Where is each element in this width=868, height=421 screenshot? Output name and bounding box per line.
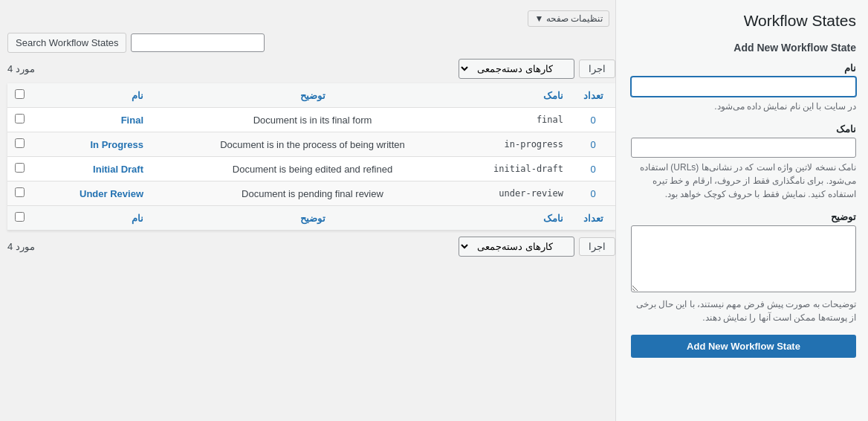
add-new-workflow-state-button[interactable]: Add New Workflow State bbox=[631, 335, 856, 358]
table-row: Under Review Document is pending final r… bbox=[7, 181, 615, 206]
select-all-checkbox[interactable] bbox=[15, 89, 25, 99]
workflow-states-table: نام توضیح نامک تعداد Final bbox=[7, 83, 615, 231]
slug-input[interactable] bbox=[631, 138, 856, 158]
apply-button[interactable]: اجرا bbox=[579, 60, 615, 78]
row-description: Document is in its final form bbox=[151, 108, 474, 132]
count-col-foot-link[interactable]: تعداد bbox=[583, 213, 603, 224]
col-footer-slug[interactable]: نامک bbox=[474, 206, 571, 231]
desc-col-link[interactable]: توضیح bbox=[300, 90, 326, 101]
name-col-link[interactable]: نام bbox=[132, 90, 143, 101]
search-input[interactable] bbox=[131, 33, 265, 52]
slug-field: نامک نامک نسخه لاتین واژه است که در نشان… bbox=[631, 123, 856, 201]
row-count[interactable]: 0 bbox=[571, 108, 615, 132]
select-all-checkbox-foot[interactable] bbox=[15, 212, 25, 222]
col-header-name[interactable]: نام bbox=[32, 83, 151, 108]
row-checkbox-cell bbox=[7, 157, 32, 181]
slug-col-foot-link[interactable]: نامک bbox=[543, 213, 563, 224]
apply-button-bottom[interactable]: اجرا bbox=[579, 237, 615, 256]
table-row: Final Document is in its final form fina… bbox=[7, 108, 615, 132]
items-count: 4 مورد bbox=[7, 63, 35, 74]
row-checkbox-cell bbox=[7, 132, 32, 157]
row-slug: under-review bbox=[474, 181, 571, 206]
name-hint: در سایت با این نام نمایش داده می‌شود. bbox=[631, 100, 856, 113]
add-form-title: Add New Workflow State bbox=[631, 42, 856, 54]
name-field: نام در سایت با این نام نمایش داده می‌شود… bbox=[631, 62, 856, 113]
col-header-count[interactable]: تعداد bbox=[571, 83, 615, 108]
col-header-slug[interactable]: نامک bbox=[474, 83, 571, 108]
bulk-actions-select-bottom[interactable]: کارهای دسته‌جمعی bbox=[459, 237, 574, 257]
bulk-actions-select[interactable]: کارهای دسته‌جمعی bbox=[459, 59, 574, 79]
table-row: In Progress Document is in the process o… bbox=[7, 132, 615, 157]
row-name[interactable]: In Progress bbox=[32, 132, 151, 157]
col-footer-count[interactable]: تعداد bbox=[571, 206, 615, 231]
items-count-bottom: 4 مورد bbox=[7, 241, 35, 252]
row-checkbox-cell bbox=[7, 181, 32, 206]
description-input[interactable] bbox=[631, 225, 856, 292]
name-label: نام bbox=[631, 62, 856, 74]
slug-label: نامک bbox=[631, 123, 856, 135]
page-title: Workflow States bbox=[631, 12, 856, 30]
name-input[interactable] bbox=[631, 77, 856, 97]
slug-col-link[interactable]: نامک bbox=[543, 90, 563, 101]
row-count[interactable]: 0 bbox=[571, 132, 615, 157]
screen-options-button[interactable]: تنظیمات صفحه ▼ bbox=[528, 10, 609, 27]
row-count[interactable]: 0 bbox=[571, 157, 615, 181]
row-description: Document is in the process of being writ… bbox=[151, 132, 474, 157]
col-footer-desc[interactable]: توضیح bbox=[151, 206, 474, 231]
description-field: توضیح توضیحات به صورت پیش فرض مهم نیستند… bbox=[631, 211, 856, 324]
count-col-link[interactable]: تعداد bbox=[583, 90, 603, 101]
row-name[interactable]: Initial Draft bbox=[32, 157, 151, 181]
desc-col-foot-link[interactable]: توضیح bbox=[300, 213, 326, 224]
row-description: Document is being edited and refined bbox=[151, 157, 474, 181]
row-checkbox[interactable] bbox=[15, 163, 25, 173]
col-cb bbox=[7, 83, 32, 108]
description-label: توضیح bbox=[631, 211, 856, 222]
side-panel: Workflow States Add New Workflow State ن… bbox=[615, 0, 868, 421]
row-checkbox[interactable] bbox=[15, 187, 25, 197]
row-count[interactable]: 0 bbox=[571, 181, 615, 206]
row-checkbox-cell bbox=[7, 108, 32, 132]
row-description: Document is pending final review bbox=[151, 181, 474, 206]
row-name[interactable]: Final bbox=[32, 108, 151, 132]
row-slug: in-progress bbox=[474, 132, 571, 157]
table-row: Initial Draft Document is being edited a… bbox=[7, 157, 615, 181]
row-name[interactable]: Under Review bbox=[32, 181, 151, 206]
search-workflow-states-button[interactable]: Search Workflow States bbox=[7, 33, 126, 53]
row-slug: initial-draft bbox=[474, 157, 571, 181]
slug-hint: نامک نسخه لاتین واژه است که در نشانی‌ها … bbox=[631, 161, 856, 201]
col-header-desc[interactable]: توضیح bbox=[151, 83, 474, 108]
name-col-foot-link[interactable]: نام bbox=[132, 213, 143, 224]
row-slug: final bbox=[474, 108, 571, 132]
row-checkbox[interactable] bbox=[15, 114, 25, 123]
col-footer-name[interactable]: نام bbox=[32, 206, 151, 231]
col-cb-foot bbox=[7, 206, 32, 231]
description-hint: توضیحات به صورت پیش فرض مهم نیستند، با ا… bbox=[631, 298, 856, 324]
row-checkbox[interactable] bbox=[15, 138, 25, 148]
